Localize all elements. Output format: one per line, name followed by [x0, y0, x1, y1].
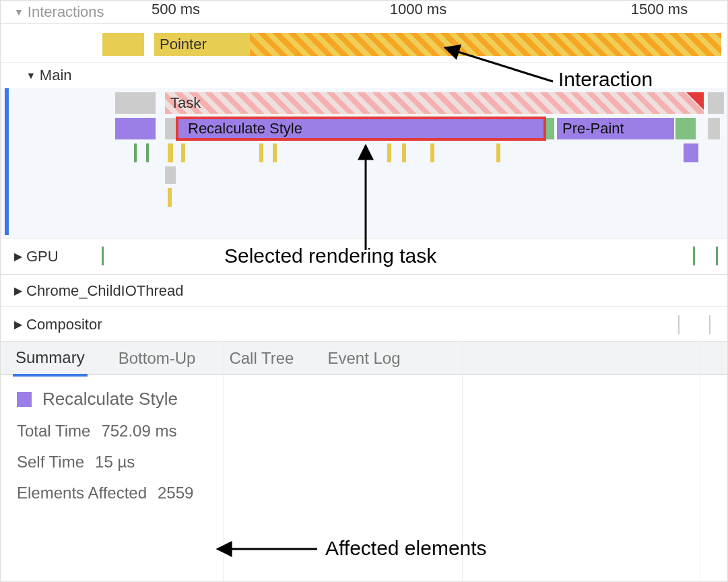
task-trailing-gray[interactable]: [708, 92, 724, 114]
tiny-yellow-3: [273, 143, 277, 162]
pre-paint-block[interactable]: Pre-Paint: [557, 118, 674, 139]
recalculate-style-block[interactable]: Recalculate Style: [177, 118, 545, 139]
purple-small-left[interactable]: [115, 118, 156, 139]
ruler-tick-0: 500 ms: [152, 1, 200, 18]
collapse-icon: ▼: [26, 70, 36, 81]
gpu-tick-3: [716, 247, 718, 265]
ruler-tick-1: 1000 ms: [390, 1, 446, 18]
tab-event-log[interactable]: Event Log: [325, 342, 403, 375]
layout-tick-1[interactable]: [546, 118, 554, 139]
elements-affected-label: Elements Affected: [17, 484, 147, 503]
tiny-green-1: [134, 143, 137, 162]
interaction-input-delay[interactable]: [102, 33, 144, 56]
interaction-pointer-label: Pointer: [160, 36, 207, 53]
childio-label: Chrome_ChildIOThread: [26, 282, 184, 300]
tiny-yellow-4: [387, 143, 391, 162]
timeline-ruler: ▼ Interactions 500 ms 1000 ms 1500 ms: [1, 1, 727, 24]
tab-bottom-up[interactable]: Bottom-Up: [116, 342, 199, 375]
self-time-label: Self Time: [17, 453, 84, 472]
tiny-purple-end: [684, 143, 698, 162]
task-block[interactable]: Task: [165, 92, 704, 114]
interaction-pointer[interactable]: Pointer: [154, 33, 250, 56]
interactions-label: Interactions: [28, 3, 104, 21]
total-time-value: 752.09 ms: [101, 422, 176, 441]
tiny-green-2: [146, 143, 149, 162]
interaction-presentation-delay[interactable]: [250, 33, 721, 56]
section-interactions[interactable]: ▼ Interactions: [14, 3, 104, 21]
elements-affected-value: 2559: [158, 484, 193, 503]
pre-paint-label: Pre-Paint: [562, 120, 624, 137]
tab-call-tree[interactable]: Call Tree: [226, 342, 296, 375]
summary-title: Recalculate Style: [42, 389, 178, 410]
compositor-label: Compositor: [26, 316, 102, 333]
tiny-yellow-5: [402, 143, 406, 162]
gpu-track[interactable]: ▶ GPU: [1, 238, 727, 274]
recalculate-style-label: Recalculate Style: [183, 120, 302, 137]
tab-summary[interactable]: Summary: [13, 342, 88, 377]
summary-color-swatch: [17, 392, 32, 407]
ruler-tick-2: 1500 ms: [631, 1, 688, 18]
layout-tick-2[interactable]: [675, 118, 696, 139]
main-selection-bracket: [5, 63, 9, 235]
compositor-track[interactable]: ▶ Compositor: [1, 306, 727, 342]
tiny-yellow-1: [181, 143, 185, 162]
main-track[interactable]: ▼ Main Task Recalculate Style Pre-Paint: [1, 63, 727, 238]
tiny-yellow-0: [168, 143, 173, 162]
comp-tick-2: [709, 315, 710, 334]
main-label: Main: [40, 67, 72, 84]
interactions-track[interactable]: Pointer: [1, 24, 727, 63]
tiny-yellow-2: [259, 143, 263, 162]
tiny-yellow-r5: [168, 188, 172, 207]
expand-icon: ▶: [14, 250, 22, 263]
gpu-label: GPU: [26, 248, 59, 265]
comp-tick-1: [678, 315, 680, 334]
long-task-indicator-icon: [686, 92, 704, 110]
gpu-tick-1: [102, 247, 104, 265]
gray-end[interactable]: [708, 118, 720, 139]
expand-icon: ▶: [14, 318, 22, 331]
main-header[interactable]: ▼ Main: [1, 63, 727, 88]
total-time-label: Total Time: [17, 422, 90, 441]
gray-sliver[interactable]: [165, 118, 177, 139]
summary-panel: Recalculate Style Total Time 752.09 ms S…: [1, 375, 727, 528]
details-tabs: Summary Bottom-Up Call Tree Event Log: [1, 342, 727, 375]
collapse-icon: ▼: [14, 7, 24, 18]
task-label: Task: [170, 94, 201, 112]
tiny-yellow-6: [430, 143, 434, 162]
tiny-gray-r4: [165, 166, 176, 184]
task-block-small[interactable]: [115, 92, 156, 114]
self-time-value: 15 µs: [95, 453, 135, 472]
childio-track[interactable]: ▶ Chrome_ChildIOThread: [1, 274, 727, 306]
tiny-yellow-7: [496, 143, 500, 162]
expand-icon: ▶: [14, 284, 22, 297]
gpu-tick-2: [693, 247, 695, 265]
